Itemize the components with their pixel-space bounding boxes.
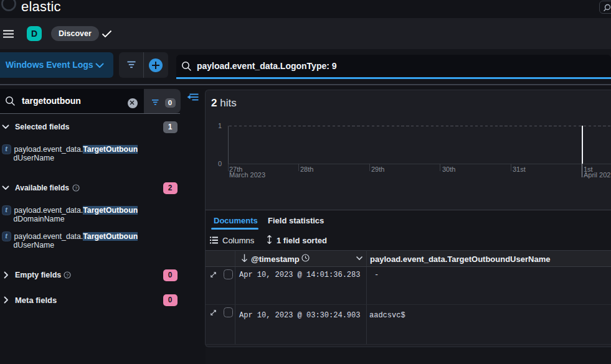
svg-text:?: ? <box>66 273 69 278</box>
svg-text:?: ? <box>75 185 77 191</box>
